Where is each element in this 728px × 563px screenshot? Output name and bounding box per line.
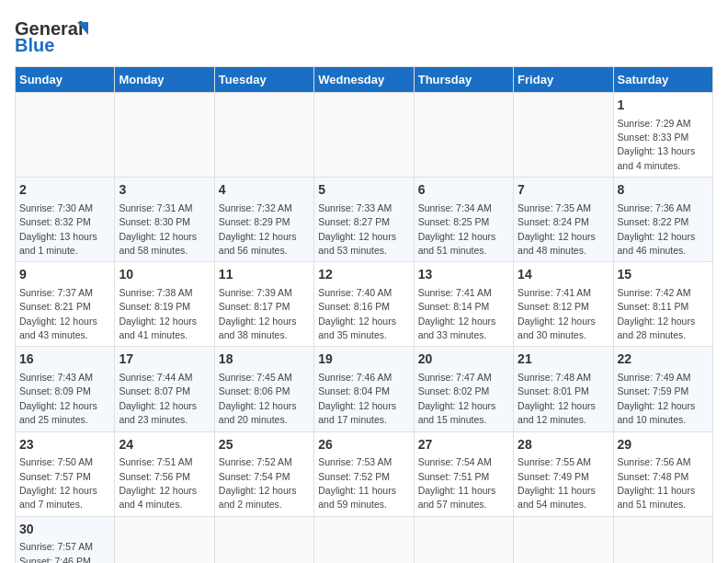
calendar-cell bbox=[115, 516, 214, 563]
day-info: Sunrise: 7:51 AMSunset: 7:56 PMDaylight:… bbox=[119, 456, 197, 510]
calendar-cell bbox=[514, 93, 613, 178]
day-info: Sunrise: 7:48 AMSunset: 8:01 PMDaylight:… bbox=[518, 372, 596, 425]
calendar-cell bbox=[214, 93, 313, 178]
calendar-cell: 8Sunrise: 7:36 AMSunset: 8:22 PMDaylight… bbox=[613, 178, 712, 262]
calendar-cell: 1Sunrise: 7:29 AMSunset: 8:33 PMDaylight… bbox=[613, 93, 712, 178]
day-info: Sunrise: 7:55 AMSunset: 7:49 PMDaylight:… bbox=[518, 456, 596, 510]
calendar-cell: 25Sunrise: 7:52 AMSunset: 7:54 PMDayligh… bbox=[214, 431, 313, 516]
day-info: Sunrise: 7:57 AMSunset: 7:46 PMDaylight:… bbox=[19, 541, 97, 563]
column-header-sunday: Sunday bbox=[16, 67, 115, 93]
calendar-week-1: 1Sunrise: 7:29 AMSunset: 8:33 PMDaylight… bbox=[16, 93, 713, 178]
day-number: 8 bbox=[618, 181, 709, 200]
calendar-cell: 29Sunrise: 7:56 AMSunset: 7:48 PMDayligh… bbox=[613, 431, 712, 516]
calendar-cell: 13Sunrise: 7:41 AMSunset: 8:14 PMDayligh… bbox=[414, 262, 513, 347]
day-number: 23 bbox=[19, 436, 110, 454]
day-info: Sunrise: 7:33 AMSunset: 8:27 PMDaylight:… bbox=[318, 202, 396, 256]
day-number: 16 bbox=[19, 350, 110, 369]
day-number: 7 bbox=[518, 181, 609, 200]
day-number: 20 bbox=[418, 350, 509, 369]
day-number: 9 bbox=[19, 266, 110, 284]
day-number: 5 bbox=[318, 181, 409, 200]
calendar-week-2: 2Sunrise: 7:30 AMSunset: 8:32 PMDaylight… bbox=[16, 178, 713, 262]
day-number: 25 bbox=[219, 436, 310, 454]
day-number: 27 bbox=[418, 436, 509, 454]
day-number: 21 bbox=[518, 350, 609, 369]
day-number: 10 bbox=[119, 266, 210, 284]
day-number: 15 bbox=[618, 266, 709, 284]
calendar-cell: 20Sunrise: 7:47 AMSunset: 8:02 PMDayligh… bbox=[414, 347, 513, 431]
calendar-cell: 19Sunrise: 7:46 AMSunset: 8:04 PMDayligh… bbox=[314, 347, 414, 431]
day-info: Sunrise: 7:40 AMSunset: 8:16 PMDaylight:… bbox=[318, 287, 396, 340]
column-header-saturday: Saturday bbox=[613, 67, 712, 93]
day-info: Sunrise: 7:41 AMSunset: 8:12 PMDaylight:… bbox=[518, 287, 596, 340]
calendar-cell: 24Sunrise: 7:51 AMSunset: 7:56 PMDayligh… bbox=[115, 431, 214, 516]
calendar-cell: 14Sunrise: 7:41 AMSunset: 8:12 PMDayligh… bbox=[514, 262, 613, 347]
column-header-friday: Friday bbox=[514, 67, 613, 93]
day-number: 13 bbox=[418, 266, 509, 284]
calendar-cell: 30Sunrise: 7:57 AMSunset: 7:46 PMDayligh… bbox=[16, 516, 115, 563]
day-info: Sunrise: 7:47 AMSunset: 8:02 PMDaylight:… bbox=[418, 372, 496, 425]
day-number: 14 bbox=[518, 266, 609, 284]
calendar-cell: 23Sunrise: 7:50 AMSunset: 7:57 PMDayligh… bbox=[16, 431, 115, 516]
day-number: 17 bbox=[119, 350, 210, 369]
day-info: Sunrise: 7:46 AMSunset: 8:04 PMDaylight:… bbox=[318, 372, 396, 425]
calendar-cell: 27Sunrise: 7:54 AMSunset: 7:51 PMDayligh… bbox=[414, 431, 513, 516]
calendar-cell: 15Sunrise: 7:42 AMSunset: 8:11 PMDayligh… bbox=[613, 262, 712, 347]
logo: General Blue bbox=[15, 15, 97, 59]
calendar-cell: 4Sunrise: 7:32 AMSunset: 8:29 PMDaylight… bbox=[214, 178, 313, 262]
day-info: Sunrise: 7:35 AMSunset: 8:24 PMDaylight:… bbox=[518, 202, 596, 256]
calendar-cell bbox=[414, 516, 513, 563]
calendar-cell: 2Sunrise: 7:30 AMSunset: 8:32 PMDaylight… bbox=[16, 178, 115, 262]
column-header-thursday: Thursday bbox=[414, 67, 513, 93]
calendar-week-4: 16Sunrise: 7:43 AMSunset: 8:09 PMDayligh… bbox=[16, 347, 713, 431]
calendar-cell: 28Sunrise: 7:55 AMSunset: 7:49 PMDayligh… bbox=[514, 431, 613, 516]
day-info: Sunrise: 7:56 AMSunset: 7:48 PMDaylight:… bbox=[618, 456, 696, 510]
calendar-cell bbox=[414, 93, 513, 178]
day-number: 18 bbox=[219, 350, 310, 369]
calendar-cell bbox=[314, 516, 414, 563]
calendar-cell: 11Sunrise: 7:39 AMSunset: 8:17 PMDayligh… bbox=[214, 262, 313, 347]
day-info: Sunrise: 7:50 AMSunset: 7:57 PMDaylight:… bbox=[19, 456, 97, 510]
calendar-cell: 22Sunrise: 7:49 AMSunset: 7:59 PMDayligh… bbox=[613, 347, 712, 431]
calendar-cell bbox=[514, 516, 613, 563]
calendar-week-3: 9Sunrise: 7:37 AMSunset: 8:21 PMDaylight… bbox=[16, 262, 713, 347]
calendar-table: SundayMondayTuesdayWednesdayThursdayFrid… bbox=[15, 66, 713, 563]
day-number: 29 bbox=[618, 436, 709, 454]
calendar-cell: 21Sunrise: 7:48 AMSunset: 8:01 PMDayligh… bbox=[514, 347, 613, 431]
calendar-cell bbox=[314, 93, 414, 178]
calendar-cell: 12Sunrise: 7:40 AMSunset: 8:16 PMDayligh… bbox=[314, 262, 414, 347]
day-number: 26 bbox=[318, 436, 409, 454]
day-info: Sunrise: 7:43 AMSunset: 8:09 PMDaylight:… bbox=[19, 372, 97, 425]
day-info: Sunrise: 7:42 AMSunset: 8:11 PMDaylight:… bbox=[618, 287, 696, 340]
day-info: Sunrise: 7:31 AMSunset: 8:30 PMDaylight:… bbox=[119, 202, 197, 256]
day-info: Sunrise: 7:54 AMSunset: 7:51 PMDaylight:… bbox=[418, 456, 496, 510]
day-number: 12 bbox=[318, 266, 409, 284]
day-number: 2 bbox=[19, 181, 110, 200]
day-info: Sunrise: 7:52 AMSunset: 7:54 PMDaylight:… bbox=[219, 456, 297, 510]
calendar-cell: 10Sunrise: 7:38 AMSunset: 8:19 PMDayligh… bbox=[115, 262, 214, 347]
day-number: 6 bbox=[418, 181, 509, 200]
day-info: Sunrise: 7:29 AMSunset: 8:33 PMDaylight:… bbox=[618, 118, 696, 171]
day-info: Sunrise: 7:30 AMSunset: 8:32 PMDaylight:… bbox=[19, 202, 97, 256]
day-info: Sunrise: 7:36 AMSunset: 8:22 PMDaylight:… bbox=[618, 202, 696, 256]
day-number: 30 bbox=[19, 521, 110, 539]
day-info: Sunrise: 7:45 AMSunset: 8:06 PMDaylight:… bbox=[219, 372, 297, 425]
day-info: Sunrise: 7:32 AMSunset: 8:29 PMDaylight:… bbox=[219, 202, 297, 256]
day-info: Sunrise: 7:37 AMSunset: 8:21 PMDaylight:… bbox=[19, 287, 97, 340]
day-number: 1 bbox=[618, 97, 709, 115]
day-info: Sunrise: 7:38 AMSunset: 8:19 PMDaylight:… bbox=[119, 287, 197, 340]
day-number: 3 bbox=[119, 181, 210, 200]
day-info: Sunrise: 7:53 AMSunset: 7:52 PMDaylight:… bbox=[318, 456, 396, 510]
day-number: 28 bbox=[518, 436, 609, 454]
calendar-cell bbox=[16, 93, 115, 178]
column-header-tuesday: Tuesday bbox=[214, 67, 313, 93]
calendar-cell: 5Sunrise: 7:33 AMSunset: 8:27 PMDaylight… bbox=[314, 178, 414, 262]
day-number: 11 bbox=[219, 266, 310, 284]
calendar-cell bbox=[613, 516, 712, 563]
day-info: Sunrise: 7:41 AMSunset: 8:14 PMDaylight:… bbox=[418, 287, 496, 340]
day-info: Sunrise: 7:39 AMSunset: 8:17 PMDaylight:… bbox=[219, 287, 297, 340]
day-info: Sunrise: 7:44 AMSunset: 8:07 PMDaylight:… bbox=[119, 372, 197, 425]
column-header-wednesday: Wednesday bbox=[314, 67, 414, 93]
page-header: General Blue bbox=[15, 15, 713, 59]
calendar-cell: 17Sunrise: 7:44 AMSunset: 8:07 PMDayligh… bbox=[115, 347, 214, 431]
